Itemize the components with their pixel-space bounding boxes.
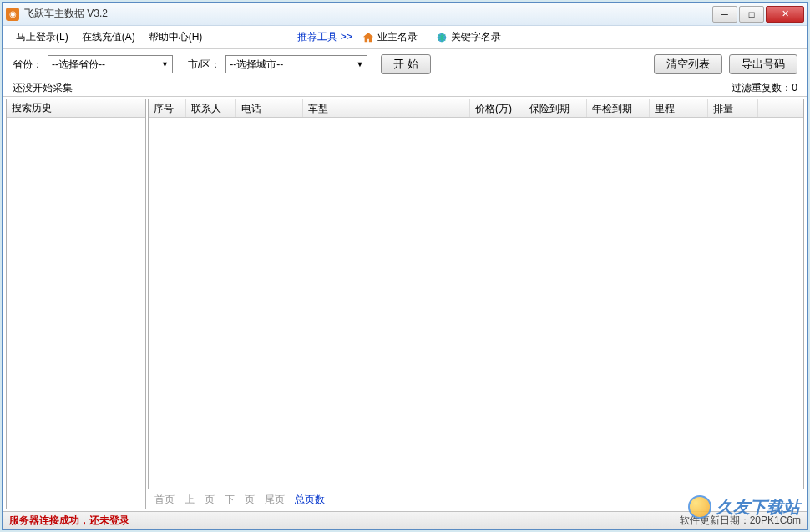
watermark: 久友下载站 [688,495,800,519]
column-header[interactable]: 价格(万) [470,99,524,117]
link-keyword-list-label: 关键字名录 [451,30,501,44]
province-select-value: --选择省份-- [52,58,105,72]
menu-login[interactable]: 马上登录(L) [9,27,75,48]
export-button[interactable]: 导出号码 [729,54,797,74]
search-history-header: 搜索历史 [7,99,145,118]
column-header[interactable]: 里程 [650,99,708,117]
table-header: 序号联系人电话车型价格(万)保险到期年检到期里程排量 [149,99,803,118]
table-body[interactable] [149,118,803,489]
chevron-down-icon: ▼ [356,60,363,68]
pager-next[interactable]: 下一页 [225,493,255,507]
watermark-text: 久友下载站 [716,496,800,519]
column-header[interactable]: 保险到期 [524,99,587,117]
pager-total[interactable]: 总页数 [295,493,325,507]
column-header[interactable]: 联系人 [186,99,236,117]
filter-count-row: 过滤重复数：0 [732,81,797,95]
city-select[interactable]: --选择城市-- ▼ [225,55,367,73]
menubar: 马上登录(L) 在线充值(A) 帮助中心(H) 推荐工具 >> 业主名录 关键字… [3,26,807,49]
link-owner-list-label: 业主名录 [377,30,418,44]
content-area: 搜索历史 序号联系人电话车型价格(万)保险到期年检到期里程排量 首页 上一页 下… [3,96,807,511]
status-row: 还没开始采集 过滤重复数：0 [3,79,807,96]
statusbar: 服务器连接成功，还未登录 软件更新日期：20PK1C6m [3,511,807,529]
column-header[interactable]: 排量 [708,99,758,117]
province-label: 省份： [13,58,43,72]
clear-list-button[interactable]: 清空列表 [654,54,722,74]
city-select-value: --选择城市-- [230,58,283,72]
chevron-down-icon: ▼ [161,60,169,68]
pager-first[interactable]: 首页 [154,493,175,507]
titlebar[interactable]: ◉ 飞跃车主数据 V3.2 ─ □ ✕ [3,3,807,26]
pager-last[interactable]: 尾页 [265,493,285,507]
start-button[interactable]: 开 始 [381,54,431,74]
pager-prev[interactable]: 上一页 [185,493,215,507]
province-select[interactable]: --选择省份-- ▼ [48,55,173,73]
main-area: 序号联系人电话车型价格(万)保险到期年检到期里程排量 首页 上一页 下一页 尾页… [148,99,804,509]
filter-toolbar: 省份： --选择省份-- ▼ 市/区： --选择城市-- ▼ 开 始 清空列表 … [3,49,807,79]
maximize-button[interactable]: □ [739,6,764,23]
main-window: ◉ 飞跃车主数据 V3.2 ─ □ ✕ 马上登录(L) 在线充值(A) 帮助中心… [2,2,808,530]
home-icon [362,32,374,43]
search-history-list[interactable] [7,118,145,509]
link-recommend-tools[interactable]: 推荐工具 >> [292,27,357,48]
filter-count-value: 0 [792,82,797,94]
column-header[interactable]: 电话 [236,99,303,117]
menu-recharge[interactable]: 在线充值(A) [75,27,142,48]
globe-icon [436,32,448,43]
city-label: 市/区： [188,58,220,72]
app-icon: ◉ [6,8,19,21]
window-controls: ─ □ ✕ [712,6,804,23]
column-header[interactable]: 年检到期 [587,99,650,117]
watermark-icon [688,495,711,519]
minimize-button[interactable]: ─ [712,6,737,23]
search-history-panel: 搜索历史 [6,99,146,509]
link-owner-list[interactable]: 业主名录 [357,27,423,48]
close-button[interactable]: ✕ [766,6,804,23]
link-keyword-list[interactable]: 关键字名录 [431,27,506,48]
column-header[interactable]: 车型 [303,99,470,117]
menu-help[interactable]: 帮助中心(H) [142,27,210,48]
column-header[interactable]: 序号 [149,99,186,117]
window-title: 飞跃车主数据 V3.2 [24,7,712,21]
collection-status: 还没开始采集 [13,81,732,95]
results-table: 序号联系人电话车型价格(万)保险到期年检到期里程排量 [148,99,804,489]
connection-status: 服务器连接成功，还未登录 [9,514,129,528]
filter-count-label: 过滤重复数： [732,82,792,94]
